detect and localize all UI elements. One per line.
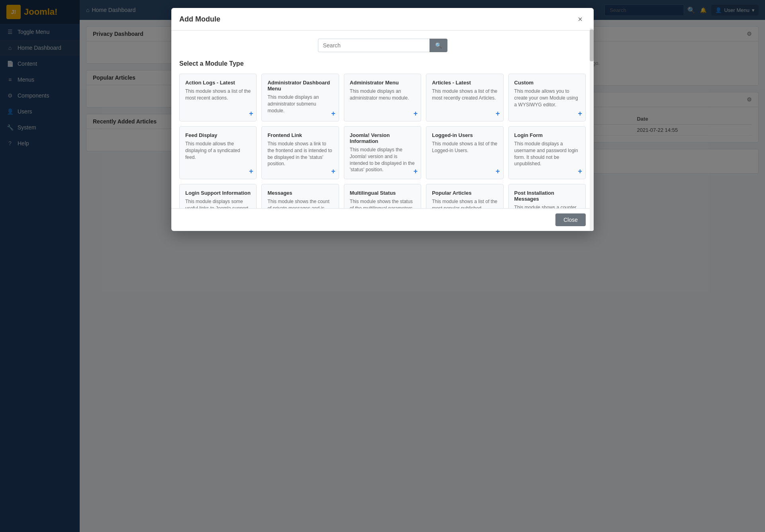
- module-card-messages[interactable]: Messages This module shows the count of …: [261, 184, 339, 208]
- module-card-desc: This module displays some useful links t…: [185, 198, 251, 208]
- module-card-desc: This module shows a counter and a link t…: [514, 204, 580, 208]
- module-card-plus-icon: +: [414, 167, 418, 176]
- module-card-title: Custom: [514, 80, 580, 86]
- module-card-desc: This module shows the count of private m…: [267, 198, 333, 208]
- modal-title: Add Module: [179, 15, 220, 23]
- module-card-title: Multilingual Status: [350, 190, 415, 196]
- modal-search-button[interactable]: 🔍: [430, 39, 447, 52]
- module-card-plus-icon: +: [496, 110, 500, 118]
- modal-close-button[interactable]: ×: [575, 14, 586, 25]
- modal-section-title: Select a Module Type: [179, 60, 586, 67]
- module-card-title: Feed Display: [185, 132, 251, 138]
- scrollbar-thumb: [590, 29, 594, 61]
- modal-body: 🔍 Select a Module Type Action Logs - Lat…: [171, 31, 594, 208]
- module-card-multilingual-status[interactable]: Multilingual Status This module shows th…: [344, 184, 421, 208]
- module-card-custom[interactable]: Custom This module allows you to create …: [508, 74, 586, 121]
- module-card-login-form[interactable]: Login Form This module displays a userna…: [508, 126, 586, 179]
- module-card-plus-icon: +: [496, 167, 500, 176]
- module-card-title: Messages: [267, 190, 333, 196]
- module-card-joomla-version[interactable]: Joomla! Version Information This module …: [344, 126, 421, 179]
- module-card-title: Administrator Dashboard Menu: [267, 80, 333, 92]
- module-card-frontend-link[interactable]: Frontend Link This module shows a link t…: [261, 126, 339, 179]
- module-card-title: Administrator Menu: [350, 80, 415, 86]
- module-card-plus-icon: +: [249, 110, 253, 118]
- module-card-admin-dashboard-menu[interactable]: Administrator Dashboard Menu This module…: [261, 74, 339, 121]
- module-card-desc: This module displays a username and pass…: [514, 141, 580, 167]
- module-card-articles-latest[interactable]: Articles - Latest This module shows a li…: [426, 74, 503, 121]
- module-card-admin-menu[interactable]: Administrator Menu This module displays …: [344, 74, 421, 121]
- module-grid: Action Logs - Latest This module shows a…: [179, 74, 586, 208]
- module-card-title: Articles - Latest: [432, 80, 497, 86]
- module-card-plus-icon: +: [331, 167, 335, 176]
- module-card-title: Login Support Information: [185, 190, 251, 196]
- module-card-desc: This module displays the Joomla! version…: [350, 147, 415, 173]
- module-card-plus-icon: +: [331, 110, 335, 118]
- modal-footer: Close: [171, 208, 594, 231]
- module-card-feed-display[interactable]: Feed Display This module allows the disp…: [179, 126, 257, 179]
- module-card-popular-articles[interactable]: Popular Articles This module shows a lis…: [426, 184, 503, 208]
- module-card-title: Frontend Link: [267, 132, 333, 138]
- module-card-desc: This module shows a list of the Logged-i…: [432, 141, 497, 154]
- module-card-desc: This module displays an administrator su…: [267, 94, 333, 114]
- module-card-title: Post Installation Messages: [514, 190, 580, 202]
- module-card-plus-icon: +: [578, 167, 582, 176]
- module-card-plus-icon: +: [578, 110, 582, 118]
- module-card-desc: This module allows the displaying of a s…: [185, 141, 251, 160]
- module-card-desc: This module shows a link to the frontend…: [267, 141, 333, 167]
- module-card-desc: This module shows a list of the most rec…: [185, 88, 251, 102]
- modal-search-input[interactable]: [318, 39, 430, 52]
- add-module-modal: Add Module × 🔍 Select a Module Type Acti…: [171, 8, 594, 231]
- close-modal-button[interactable]: Close: [555, 213, 586, 226]
- module-card-title: Action Logs - Latest: [185, 80, 251, 86]
- module-card-title: Login Form: [514, 132, 580, 138]
- module-card-logged-in-users[interactable]: Logged-in Users This module shows a list…: [426, 126, 503, 179]
- modal-backdrop: Add Module × 🔍 Select a Module Type Acti…: [0, 0, 765, 532]
- module-card-title: Logged-in Users: [432, 132, 497, 138]
- modal-search-row: 🔍: [179, 39, 586, 52]
- module-card-login-support[interactable]: Login Support Information This module di…: [179, 184, 257, 208]
- module-card-desc: This module shows a list of the most pop…: [432, 198, 497, 208]
- module-card-desc: This module displays an administrator me…: [350, 88, 415, 102]
- module-card-plus-icon: +: [249, 167, 253, 176]
- module-card-desc: This module shows a list of the most rec…: [432, 88, 497, 102]
- module-card-title: Joomla! Version Information: [350, 132, 415, 144]
- modal-scrollbar[interactable]: [590, 28, 594, 231]
- module-card-desc: This module shows the status of the mult…: [350, 198, 415, 208]
- module-card-action-logs-latest[interactable]: Action Logs - Latest This module shows a…: [179, 74, 257, 121]
- module-card-title: Popular Articles: [432, 190, 497, 196]
- module-card-plus-icon: +: [414, 110, 418, 118]
- module-card-desc: This module allows you to create your ow…: [514, 88, 580, 108]
- module-card-post-install-msgs[interactable]: Post Installation Messages This module s…: [508, 184, 586, 208]
- modal-header: Add Module ×: [171, 8, 594, 31]
